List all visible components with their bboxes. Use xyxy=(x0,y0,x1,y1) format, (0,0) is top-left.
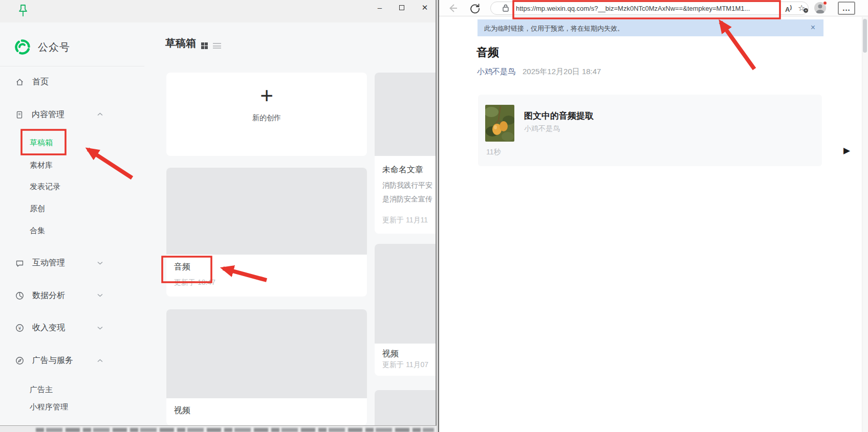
audio-thumbnail-image xyxy=(485,105,514,142)
draft-updated-time: 更新于 11月11 xyxy=(382,216,428,225)
draft-thumbnail-placeholder xyxy=(375,390,437,425)
new-creation-card[interactable]: + 新的创作 xyxy=(166,73,367,156)
audio-duration: 11秒 xyxy=(486,148,501,157)
pin-icon xyxy=(17,4,29,19)
sidebar-label: 互动管理 xyxy=(32,258,65,268)
home-icon xyxy=(15,78,24,86)
article-author-link[interactable]: 小鸡不是鸟 xyxy=(477,67,515,76)
wechat-admin-window: – ✕ 公众号 首页 内容管理 xyxy=(0,0,437,425)
draft-thumbnail-placeholder xyxy=(166,168,367,255)
draft-card-audio[interactable]: 音频 更新于 18:47 xyxy=(166,168,367,297)
draft-title: 音频 xyxy=(174,262,190,272)
chevron-down-icon[interactable] xyxy=(97,261,103,265)
sidebar-item-publish-records[interactable]: 发表记录 xyxy=(30,182,60,192)
sidebar-item-miniprogram[interactable]: 小程序管理 xyxy=(30,402,68,412)
audio-player-card: 图文中的音频提取 小鸡不是鸟 11秒 ▶ xyxy=(478,95,822,166)
chevron-up-icon[interactable] xyxy=(97,112,103,116)
chevron-down-icon[interactable] xyxy=(97,326,103,330)
article-title: 音频 xyxy=(476,45,499,60)
sidebar-item-collections[interactable]: 合集 xyxy=(30,226,45,236)
maximize-button[interactable] xyxy=(394,1,409,14)
draft-title: 视频 xyxy=(382,349,399,359)
chevron-down-icon[interactable] xyxy=(97,293,103,297)
plus-icon: + xyxy=(166,83,367,108)
draft-description: 是消防安全宣传 xyxy=(382,195,432,204)
draft-card-video[interactable]: 视频 xyxy=(166,309,367,425)
sidebar-item-analytics[interactable]: 数据分析 xyxy=(15,290,128,301)
lock-icon[interactable] xyxy=(502,4,509,13)
browser-menu-button[interactable]: ... xyxy=(838,2,855,15)
close-button[interactable]: ✕ xyxy=(417,1,432,14)
browser-preview-window: https://mp.weixin.qq.com/s?__biz=Mzk0NTc… xyxy=(438,0,868,432)
sidebar-item-interaction[interactable]: 互动管理 xyxy=(15,258,128,268)
sidebar-label: 数据分析 xyxy=(32,290,65,301)
sidebar-label: 收入变现 xyxy=(32,323,65,333)
draft-card-video-2[interactable]: 视频 更新于 11月07 xyxy=(375,244,437,376)
draft-thumbnail-placeholder xyxy=(166,309,367,398)
play-icon[interactable]: ▶ xyxy=(843,145,850,156)
sidebar-item-ads-services[interactable]: 广告与服务 xyxy=(15,355,128,366)
draft-thumbnail-placeholder xyxy=(375,244,437,344)
favorite-add-badge: + xyxy=(804,8,808,13)
sidebar-label: 内容管理 xyxy=(32,109,64,120)
left-window-titlebar: – ✕ xyxy=(0,0,436,22)
draft-updated-time: 更新于 11月07 xyxy=(382,360,428,370)
draft-card-article[interactable]: 未命名文章 消防我践行平安 是消防安全宣传 更新于 11月11 xyxy=(375,73,437,234)
new-creation-label: 新的创作 xyxy=(166,113,367,123)
draft-description: 消防我践行平安 xyxy=(382,181,432,190)
draft-card-partial[interactable] xyxy=(375,390,437,425)
audio-title: 图文中的音频提取 xyxy=(524,110,594,122)
notice-close-icon[interactable]: × xyxy=(811,23,815,32)
chat-bubble-icon xyxy=(15,259,24,267)
notice-text: 此为临时链接，仅用于预览，将在短期内失效。 xyxy=(484,24,624,33)
wechat-admin-body: 公众号 首页 内容管理 草稿箱 素材库 发表记录 原创 合集 xyxy=(0,22,436,425)
audio-author: 小鸡不是鸟 xyxy=(524,124,560,133)
sidebar-item-materials[interactable]: 素材库 xyxy=(30,161,53,170)
sidebar-item-drafts[interactable]: 草稿箱 xyxy=(30,138,53,148)
browser-toolbar: https://mp.weixin.qq.com/s?__biz=Mzk0NTc… xyxy=(439,0,868,16)
sidebar-item-home[interactable]: 首页 xyxy=(15,77,128,87)
chevron-up-icon[interactable] xyxy=(97,359,103,362)
article-date: 2025年12月20日 18:47 xyxy=(523,67,601,76)
svg-text:¥: ¥ xyxy=(18,326,21,331)
draft-updated-time: 更新于 18:47 xyxy=(174,278,215,287)
sidebar-item-content-management[interactable]: 内容管理 xyxy=(15,109,128,120)
sidebar-item-advertiser[interactable]: 广告主 xyxy=(30,385,53,395)
draft-thumbnail-placeholder xyxy=(375,73,437,156)
sidebar-label: 首页 xyxy=(32,77,49,87)
sidebar-item-monetization[interactable]: ¥ 收入变现 xyxy=(15,323,128,333)
back-icon[interactable] xyxy=(447,3,459,14)
sidebar-label: 广告与服务 xyxy=(32,355,73,366)
document-icon xyxy=(15,110,24,119)
url-text[interactable]: https://mp.weixin.qq.com/s?__biz=Mzk0NTc… xyxy=(516,5,802,12)
logo-text: 公众号 xyxy=(38,40,70,54)
page-scrollbar[interactable] xyxy=(862,17,868,432)
yuan-coin-icon: ¥ xyxy=(15,324,24,332)
notification-dot xyxy=(823,1,827,5)
sidebar-divider xyxy=(0,66,144,66)
refresh-icon[interactable] xyxy=(469,3,481,14)
sidebar-item-original[interactable]: 原创 xyxy=(30,204,45,214)
background-window-strip xyxy=(0,425,437,432)
background-window-blurred-text xyxy=(36,428,434,432)
pie-chart-icon xyxy=(15,291,24,300)
scrollbar-thumb[interactable] xyxy=(863,19,867,53)
minimize-button[interactable]: – xyxy=(372,1,387,14)
draft-title: 未命名文章 xyxy=(382,165,423,175)
page-title: 草稿箱 xyxy=(165,36,196,50)
compass-icon xyxy=(15,356,24,365)
wechat-logo-icon xyxy=(14,39,31,55)
draft-title: 视频 xyxy=(174,405,190,416)
temp-link-notice: 此为临时链接，仅用于预览，将在短期内失效。 × xyxy=(478,19,823,36)
article-meta: 小鸡不是鸟2025年12月20日 18:47 xyxy=(477,67,601,77)
list-view-icon[interactable] xyxy=(213,43,221,50)
read-aloud-icon[interactable]: A) xyxy=(785,4,792,13)
wechat-mp-logo[interactable]: 公众号 xyxy=(14,39,70,55)
grid-view-icon[interactable] xyxy=(201,42,208,49)
